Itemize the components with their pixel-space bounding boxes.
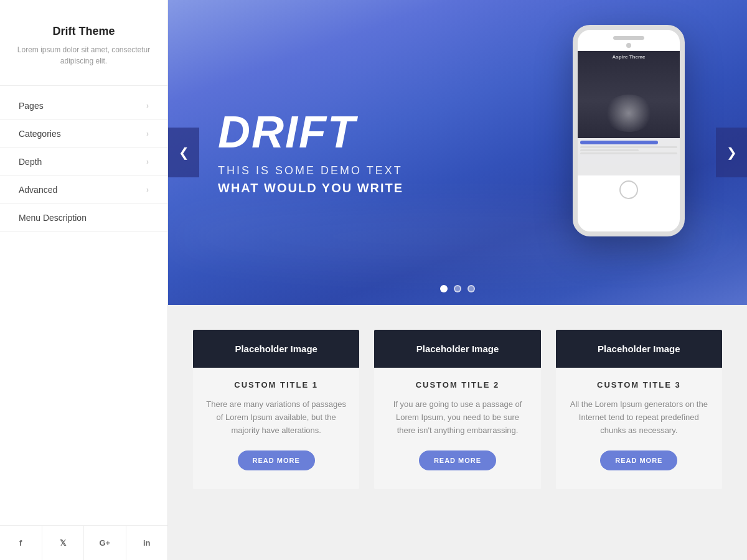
phone-screen-glow: [604, 95, 654, 132]
chevron-left-icon: ❮: [179, 145, 189, 160]
chevron-right-icon: ❯: [726, 145, 737, 160]
hero-dot-2[interactable]: [454, 285, 461, 292]
hero-slider: ❮ DRIFT THIS IS SOME DEMO TEXT WHAT WOUL…: [168, 0, 747, 305]
card-read-more-button-3[interactable]: READ MORE: [600, 450, 677, 470]
twitter-icon: 𝕏: [60, 538, 66, 548]
card-image-1: Placeholder Image: [193, 330, 359, 368]
card-image-label-3: Placeholder Image: [575, 343, 703, 354]
hero-dot-1[interactable]: [440, 285, 448, 292]
sidebar-item-label: Depth: [19, 157, 42, 167]
linkedin-icon: in: [143, 538, 151, 548]
hero-subtitle-bold: WHAT: [218, 181, 260, 195]
hero-dots: [440, 285, 475, 292]
cards-grid: Placeholder Image CUSTOM TITLE 1 There a…: [193, 330, 722, 489]
chevron-right-icon: ›: [146, 101, 149, 110]
sidebar: Drift Theme Lorem ipsum dolor sit amet, …: [0, 0, 168, 560]
phone-speaker: [613, 36, 644, 40]
sidebar-item-label: Categories: [19, 129, 61, 139]
sidebar-item-menu-description[interactable]: Menu Description: [0, 204, 167, 232]
sidebar-item-depth[interactable]: Depth›: [0, 148, 167, 176]
phone-ui-line-3: [580, 152, 677, 154]
card-title-2: CUSTOM TITLE 2: [416, 380, 500, 390]
sidebar-social: f𝕏G+in: [0, 525, 167, 560]
social-facebook-button[interactable]: f: [0, 526, 42, 560]
sidebar-item-pages[interactable]: Pages›: [0, 92, 167, 120]
sidebar-title: Drift Theme: [12, 25, 155, 38]
hero-phone-mockup: Aspire Theme: [573, 25, 697, 236]
card-image-3: Placeholder Image: [556, 330, 722, 368]
phone-ui-line-2: [580, 149, 639, 151]
chevron-right-icon: ›: [146, 129, 149, 138]
card-image-label-2: Placeholder Image: [393, 343, 522, 354]
card-description-2: If you are going to use a passage of Lor…: [374, 398, 540, 437]
card-description-1: There are many variations of passages of…: [193, 398, 359, 437]
sidebar-header: Drift Theme Lorem ipsum dolor sit amet, …: [0, 0, 167, 86]
phone-home-button: [619, 180, 638, 199]
phone-camera: [626, 43, 631, 48]
chevron-right-icon: ›: [146, 157, 149, 166]
sidebar-subtitle: Lorem ipsum dolor sit amet, consectetur …: [12, 44, 155, 67]
sidebar-item-advanced[interactable]: Advanced›: [0, 176, 167, 204]
sidebar-nav: Pages›Categories›Depth›Advanced›Menu Des…: [0, 86, 167, 525]
hero-arrow-right[interactable]: ❯: [716, 128, 747, 177]
facebook-icon: f: [19, 538, 22, 548]
hero-subtitle-rest: WOULD YOU WRITE: [260, 181, 404, 195]
cards-section: Placeholder Image CUSTOM TITLE 1 There a…: [168, 305, 747, 514]
sidebar-item-label: Pages: [19, 101, 44, 111]
sidebar-item-categories[interactable]: Categories›: [0, 120, 167, 148]
phone-screen-ui: [578, 138, 680, 175]
chevron-right-icon: ›: [146, 185, 149, 194]
card-read-more-button-2[interactable]: READ MORE: [419, 450, 496, 470]
phone-screen-label: Aspire Theme: [581, 54, 677, 60]
card-title-3: CUSTOM TITLE 3: [597, 380, 681, 390]
card-2: Placeholder Image CUSTOM TITLE 2 If you …: [374, 330, 540, 489]
social-linkedin-button[interactable]: in: [126, 526, 168, 560]
social-google-plus-button[interactable]: G+: [84, 526, 126, 560]
card-image-label-1: Placeholder Image: [212, 343, 341, 354]
social-twitter-button[interactable]: 𝕏: [42, 526, 85, 560]
card-3: Placeholder Image CUSTOM TITLE 3 All the…: [556, 330, 722, 489]
phone-ui-bar: [580, 141, 658, 144]
card-title-1: CUSTOM TITLE 1: [234, 380, 318, 390]
card-image-2: Placeholder Image: [374, 330, 540, 368]
hero-arrow-left[interactable]: ❮: [168, 128, 199, 177]
google-plus-icon: G+: [99, 538, 110, 548]
hero-dot-3[interactable]: [467, 285, 475, 292]
sidebar-item-label: Menu Description: [19, 213, 87, 223]
phone-screen: Aspire Theme: [578, 51, 680, 175]
phone-ui-line-1: [580, 146, 677, 148]
card-1: Placeholder Image CUSTOM TITLE 1 There a…: [193, 330, 359, 489]
main-content: ❮ DRIFT THIS IS SOME DEMO TEXT WHAT WOUL…: [168, 0, 747, 560]
card-read-more-button-1[interactable]: READ MORE: [238, 450, 315, 470]
phone-frame: Aspire Theme: [573, 25, 685, 236]
card-description-3: All the Lorem Ipsum generators on the In…: [556, 398, 722, 437]
sidebar-item-label: Advanced: [19, 185, 57, 195]
